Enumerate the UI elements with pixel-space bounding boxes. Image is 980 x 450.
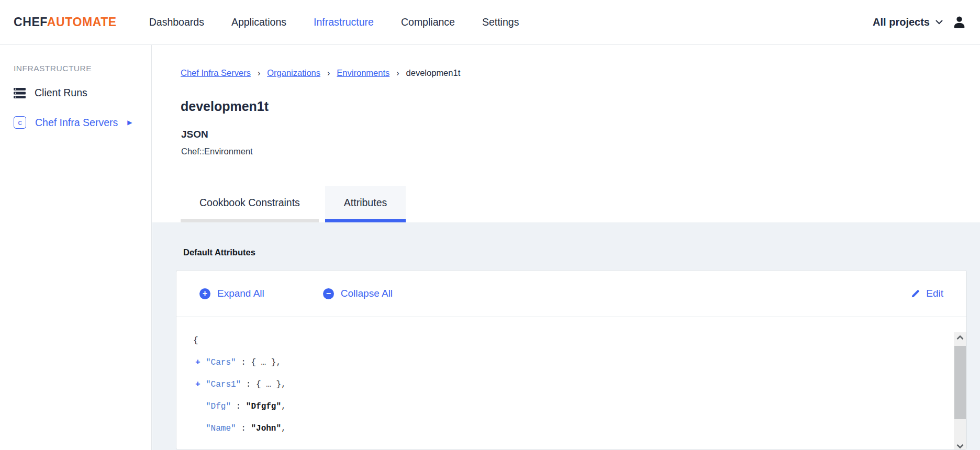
attributes-tab-panel: Default Attributes + Expand All − Collap… [152, 222, 980, 450]
scroll-down-arrow-icon[interactable] [954, 444, 966, 449]
minus-circle-icon: − [323, 288, 334, 299]
json-value: "Dfgfg" [246, 402, 281, 411]
format-label: JSON [181, 129, 208, 140]
tabstrip: Cookbook Constraints Attributes [181, 186, 406, 222]
json-line: "Dfg" : "Dfgfg", [193, 396, 945, 418]
json-punctuation: : [236, 424, 251, 433]
json-key: "Name" [206, 424, 236, 433]
breadcrumb-separator: › [396, 69, 399, 78]
json-line: +"Cars1" : { … }, [193, 374, 945, 396]
edit-button[interactable]: Edit [911, 288, 943, 299]
sidebar-section-label: INFRASTRUCTURE [14, 64, 151, 73]
chevron-down-icon [936, 20, 943, 25]
nav-settings[interactable]: Settings [482, 16, 519, 28]
chef-server-icon: c [14, 116, 26, 129]
json-punctuation: , [281, 402, 286, 411]
nav-infrastructure[interactable]: Infrastructure [314, 16, 374, 28]
user-profile-icon[interactable] [952, 15, 966, 29]
sidebar-item-label: Chef Infra Servers [35, 117, 118, 129]
breadcrumb-organizations[interactable]: Organizations [267, 68, 320, 78]
nav-right-cluster: All projects [873, 15, 966, 29]
top-navbar: CHEFAUTOMATE Dashboards Applications Inf… [0, 0, 980, 45]
breadcrumb: Chef Infra Servers › Organizations › Env… [181, 68, 460, 78]
expand-toggle-icon[interactable]: + [193, 374, 206, 396]
object-type: Chef::Environment [181, 147, 253, 156]
infrastructure-sidebar: INFRASTRUCTURE Client Runs c Chef Infra … [0, 45, 152, 450]
attributes-card: + Expand All − Collapse All Edit [176, 270, 967, 450]
breadcrumb-separator: › [258, 69, 260, 78]
breadcrumb-separator: › [327, 69, 330, 78]
json-viewer: { +"Cars" : { … }, +"Cars1" : { … }, "Df… [176, 317, 966, 440]
expand-all-button[interactable]: + Expand All [199, 288, 264, 299]
client-runs-icon [14, 88, 26, 98]
primary-nav: Dashboards Applications Infrastructure C… [149, 16, 519, 28]
tab-cookbook-constraints[interactable]: Cookbook Constraints [181, 186, 319, 222]
chef-automate-logo[interactable]: CHEFAUTOMATE [14, 15, 117, 29]
chef-automate-app: CHEFAUTOMATE Dashboards Applications Inf… [0, 0, 980, 450]
expand-arrow-icon: ▶ [127, 119, 132, 126]
expand-toggle-icon[interactable]: + [193, 352, 206, 374]
projects-filter-dropdown[interactable]: All projects [873, 16, 943, 28]
sidebar-item-label: Client Runs [35, 87, 87, 99]
json-value: "John" [251, 424, 281, 433]
expand-all-label: Expand All [217, 288, 264, 299]
nav-dashboards[interactable]: Dashboards [149, 16, 204, 28]
nav-applications[interactable]: Applications [231, 16, 286, 28]
card-toolbar: + Expand All − Collapse All Edit [176, 271, 966, 317]
plus-circle-icon: + [199, 288, 210, 299]
sidebar-item-client-runs[interactable]: Client Runs [14, 87, 151, 99]
main-content: Chef Infra Servers › Organizations › Env… [152, 45, 980, 450]
json-key: "Cars" [206, 358, 236, 367]
scroll-up-arrow-icon[interactable] [954, 335, 966, 340]
json-punctuation: : [231, 402, 246, 411]
vertical-scrollbar[interactable] [954, 332, 966, 449]
page-title: developmen1t [181, 99, 269, 114]
tab-attributes[interactable]: Attributes [325, 186, 406, 222]
json-punctuation: : { … }, [236, 358, 281, 367]
projects-filter-label: All projects [873, 16, 930, 28]
json-punctuation: , [281, 424, 286, 433]
nav-compliance[interactable]: Compliance [401, 16, 455, 28]
logo-chef: CHEF [14, 15, 47, 29]
json-line: { [193, 330, 945, 352]
edit-label: Edit [926, 288, 943, 299]
sidebar-item-chef-infra-servers[interactable]: c Chef Infra Servers ▶ [14, 116, 151, 129]
json-line: "Name" : "John", [193, 418, 945, 440]
collapse-all-label: Collapse All [341, 288, 393, 299]
breadcrumb-current: developmen1t [406, 68, 461, 78]
collapse-all-button[interactable]: − Collapse All [323, 288, 393, 299]
section-heading: Default Attributes [183, 248, 980, 257]
json-key: "Dfg" [206, 402, 231, 411]
json-punctuation: { [193, 336, 198, 345]
logo-automate: AUTOMATE [47, 15, 117, 29]
pencil-icon [911, 289, 920, 298]
json-line: +"Cars" : { … }, [193, 352, 945, 374]
breadcrumb-chef-infra-servers[interactable]: Chef Infra Servers [181, 68, 251, 78]
scrollbar-thumb[interactable] [954, 346, 966, 419]
json-punctuation: : { … }, [241, 380, 286, 389]
json-key: "Cars1" [206, 380, 241, 389]
breadcrumb-environments[interactable]: Environments [337, 68, 389, 78]
